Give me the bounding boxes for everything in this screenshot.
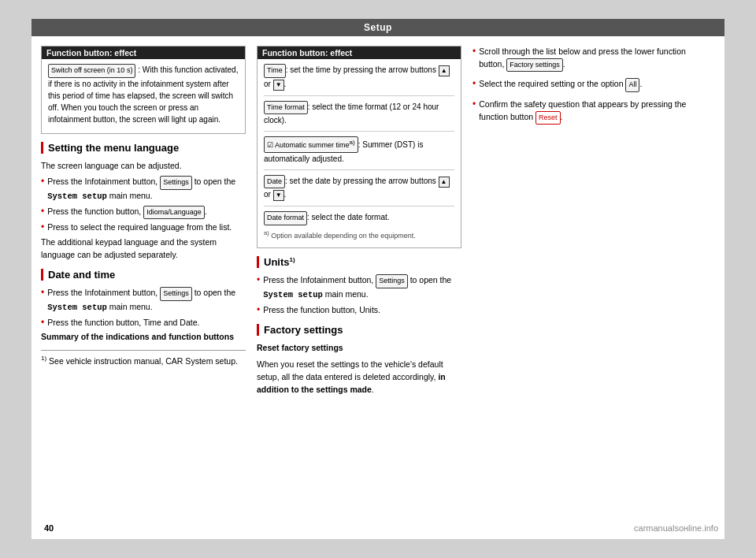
bullet-icon-7: • — [257, 304, 260, 317]
divider-2 — [264, 131, 454, 132]
func-box-mid: Function button: effect Time: set the ti… — [257, 46, 461, 248]
col-mid: Function button: effect Time: set the ti… — [257, 46, 461, 526]
right-bullet-3: • Confirm the safety question that appea… — [472, 99, 712, 125]
divider-3 — [264, 169, 454, 170]
arrow-down-2: ▼ — [273, 190, 284, 201]
date-btn: Date — [264, 175, 285, 189]
menu-lang-bullet-1: • Press the Infotainment button, Setting… — [41, 176, 246, 203]
func-box-left-content: Switch off screen (in 10 s) : With this … — [48, 64, 239, 125]
section-menu-language-title: Setting the menu language — [41, 142, 246, 154]
date-time-bullet-2: • Press the function button, Time and Da… — [41, 317, 246, 329]
content: Function button: effect Switch off scree… — [32, 36, 724, 536]
divider-4 — [264, 206, 454, 206]
settings-btn-2: Settings — [160, 287, 192, 301]
reset-btn: Reset — [536, 111, 561, 125]
arrow-up-1: ▲ — [439, 65, 450, 76]
arrow-down-1: ▼ — [273, 80, 284, 91]
right-bullet-2: • Select the required setting or the opt… — [472, 78, 712, 92]
func-line-date: Date: set the date by pressing the arrow… — [264, 175, 454, 202]
bullet-icon-6: • — [257, 274, 260, 287]
footnote: 1) See vehicle instruction manual, CAR S… — [41, 350, 246, 367]
page: Setup Function button: effect Switch off… — [32, 19, 724, 539]
header-bar: Setup — [32, 19, 724, 36]
settings-btn-3: Settings — [376, 274, 408, 288]
divider-1 — [264, 95, 454, 96]
footnote-text: 1) See vehicle instruction manual, CAR S… — [41, 354, 246, 367]
menu-lang-bullet-2: • Press the function button, Idioma/Lang… — [41, 206, 246, 220]
header-title: Setup — [364, 22, 392, 33]
func-line-auto-summer: ☑ Automatic summer timea): Summer (DST) … — [264, 136, 454, 165]
menu-lang-p2: The additional keypad language and the s… — [41, 236, 246, 262]
col-left: Function button: effect Switch off scree… — [41, 46, 246, 526]
units-bullet-2: • Press the function button, Units. — [257, 304, 461, 317]
bullet-icon-3: • — [41, 221, 44, 234]
watermark: carmanualsонline.info — [634, 523, 718, 533]
factory-settings-btn: Factory settings — [506, 58, 563, 73]
bullet-icon-9: • — [472, 78, 476, 91]
col-right: • Scroll through the list below and pres… — [472, 46, 712, 526]
date-time-bullet-1: • Press the Infotainment button, Setting… — [41, 287, 246, 314]
right-bullet-1: • Scroll through the list below and pres… — [472, 46, 712, 72]
section-factory-title: Factory settings — [257, 324, 461, 336]
func-line-time: Time: set the time by pressing the arrow… — [264, 64, 454, 91]
bullet-icon-1: • — [41, 176, 44, 188]
all-btn: All — [625, 78, 639, 92]
idioma-btn: Idioma/Language — [143, 206, 205, 220]
units-bullet-1: • Press the Infotainment button, Setting… — [257, 274, 461, 301]
page-number: 40 — [44, 523, 54, 533]
menu-lang-bullet-3: • Press to select the required language … — [41, 221, 246, 234]
auto-summer-btn: ☑ Automatic summer timea) — [264, 136, 358, 153]
date-format-btn: Date format — [264, 211, 307, 225]
func-box-mid-title: Function button: effect — [258, 46, 461, 59]
reset-factory-desc: When you reset the settings to the vehic… — [257, 359, 461, 396]
settings-btn-1: Settings — [160, 176, 192, 190]
time-format-btn: Time format — [264, 101, 308, 115]
switch-off-btn: Switch off screen (in 10 s) — [48, 64, 135, 78]
bullet-icon-4: • — [41, 287, 44, 299]
option-note: a) Option available depending on the equ… — [264, 229, 454, 242]
menu-lang-p1: The screen language can be adjusted. — [41, 160, 246, 173]
summary-label: Summary of the indications and function … — [41, 331, 246, 344]
func-line-time-format: Time format: select the time format (12 … — [264, 101, 454, 127]
reset-factory-subtitle: Reset factory settings — [257, 342, 461, 355]
arrow-up-2: ▲ — [439, 177, 450, 188]
time-btn: Time — [264, 64, 286, 78]
func-line-date-format: Date format: select the date format. — [264, 211, 454, 225]
func-box-left: Function button: effect Switch off scree… — [41, 46, 246, 134]
bullet-icon-10: • — [472, 99, 476, 111]
bullet-icon-8: • — [472, 46, 476, 58]
section-units-title: Units1) — [257, 256, 461, 268]
bullet-icon-5: • — [41, 317, 44, 329]
bullet-icon-2: • — [41, 206, 44, 218]
section-date-time-title: Date and time — [41, 269, 246, 281]
func-box-left-title: Function button: effect — [42, 46, 245, 59]
